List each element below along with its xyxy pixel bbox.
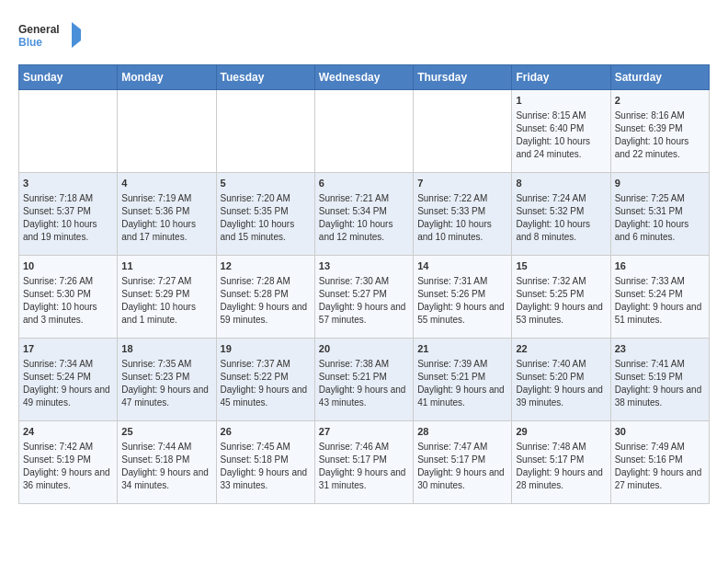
day-info: Daylight: 10 hours and 12 minutes.	[319, 218, 409, 244]
day-info: Daylight: 10 hours and 6 minutes.	[615, 218, 705, 244]
day-number: 12	[221, 259, 311, 273]
day-info: Sunrise: 7:41 AM	[615, 358, 705, 371]
day-info: Daylight: 10 hours and 24 minutes.	[516, 135, 606, 161]
day-info: Sunset: 5:18 PM	[121, 454, 211, 466]
day-info: Daylight: 9 hours and 34 minutes.	[121, 466, 211, 492]
week-row-2: 10Sunrise: 7:26 AMSunset: 5:30 PMDayligh…	[19, 256, 710, 339]
day-info: Sunset: 5:23 PM	[121, 371, 211, 384]
day-number: 29	[516, 425, 606, 439]
day-info: Sunset: 5:36 PM	[121, 205, 211, 218]
day-number: 18	[121, 342, 211, 356]
day-info: Sunrise: 7:27 AM	[121, 275, 211, 288]
calendar-cell: 19Sunrise: 7:37 AMSunset: 5:22 PMDayligh…	[216, 339, 314, 421]
day-info: Daylight: 9 hours and 33 minutes.	[221, 466, 311, 492]
day-number: 14	[417, 259, 507, 273]
day-number: 22	[516, 342, 606, 356]
day-info: Sunset: 5:27 PM	[319, 288, 409, 301]
day-info: Sunrise: 7:21 AM	[319, 192, 409, 205]
day-info: Sunrise: 7:26 AM	[23, 275, 113, 288]
day-info: Sunrise: 7:40 AM	[516, 358, 606, 371]
day-info: Sunrise: 7:38 AM	[319, 358, 409, 371]
day-number: 15	[516, 259, 606, 273]
day-info: Sunrise: 7:34 AM	[23, 358, 113, 371]
calendar-header: SundayMondayTuesdayWednesdayThursdayFrid…	[19, 65, 710, 90]
weekday-header-wednesday: Wednesday	[314, 65, 413, 90]
day-info: Daylight: 10 hours and 10 minutes.	[417, 218, 507, 244]
day-number: 21	[417, 342, 507, 356]
calendar-cell: 6Sunrise: 7:21 AMSunset: 5:34 PMDaylight…	[314, 173, 413, 256]
day-number: 30	[615, 425, 705, 439]
day-info: Daylight: 9 hours and 43 minutes.	[319, 384, 409, 409]
calendar-cell: 10Sunrise: 7:26 AMSunset: 5:30 PMDayligh…	[19, 256, 118, 339]
day-info: Sunrise: 7:45 AM	[221, 441, 311, 454]
weekday-header-sunday: Sunday	[19, 65, 118, 90]
day-info: Sunset: 5:21 PM	[417, 371, 507, 384]
page-header: General Blue	[18, 18, 710, 55]
day-number: 16	[615, 259, 705, 273]
day-number: 23	[615, 342, 705, 356]
day-info: Sunset: 5:17 PM	[319, 454, 409, 466]
day-info: Sunset: 5:34 PM	[319, 205, 409, 218]
day-info: Sunrise: 8:16 AM	[615, 109, 705, 122]
calendar-cell: 15Sunrise: 7:32 AMSunset: 5:25 PMDayligh…	[512, 256, 610, 339]
day-info: Sunset: 5:20 PM	[516, 371, 606, 384]
day-info: Sunset: 5:17 PM	[417, 454, 507, 466]
calendar-cell: 7Sunrise: 7:22 AMSunset: 5:33 PMDaylight…	[414, 173, 512, 256]
day-number: 27	[319, 425, 409, 439]
day-info: Daylight: 9 hours and 49 minutes.	[23, 384, 113, 409]
calendar-cell: 28Sunrise: 7:47 AMSunset: 5:17 PMDayligh…	[414, 421, 512, 504]
week-row-1: 3Sunrise: 7:18 AMSunset: 5:37 PMDaylight…	[19, 173, 710, 256]
day-info: Sunrise: 8:15 AM	[516, 109, 606, 122]
day-info: Sunrise: 7:24 AM	[516, 192, 606, 205]
calendar-cell: 16Sunrise: 7:33 AMSunset: 5:24 PMDayligh…	[610, 256, 709, 339]
calendar-cell: 12Sunrise: 7:28 AMSunset: 5:28 PMDayligh…	[216, 256, 314, 339]
day-number: 19	[221, 342, 311, 356]
day-info: Daylight: 9 hours and 57 minutes.	[319, 301, 409, 327]
svg-text:General: General	[18, 23, 60, 36]
calendar-cell: 17Sunrise: 7:34 AMSunset: 5:24 PMDayligh…	[19, 339, 118, 421]
calendar-cell: 14Sunrise: 7:31 AMSunset: 5:26 PMDayligh…	[414, 256, 512, 339]
calendar-cell: 4Sunrise: 7:19 AMSunset: 5:36 PMDaylight…	[118, 173, 216, 256]
day-number: 28	[417, 425, 507, 439]
day-info: Daylight: 9 hours and 31 minutes.	[319, 466, 409, 492]
day-info: Sunrise: 7:19 AM	[121, 192, 211, 205]
day-info: Sunset: 5:25 PM	[516, 288, 606, 301]
calendar-cell: 23Sunrise: 7:41 AMSunset: 5:19 PMDayligh…	[610, 339, 709, 421]
weekday-header-tuesday: Tuesday	[216, 65, 314, 90]
weekday-header-saturday: Saturday	[610, 65, 709, 90]
calendar-cell: 24Sunrise: 7:42 AMSunset: 5:19 PMDayligh…	[19, 421, 118, 504]
day-info: Daylight: 9 hours and 30 minutes.	[417, 466, 507, 492]
day-info: Sunrise: 7:33 AM	[615, 275, 705, 288]
calendar-cell: 21Sunrise: 7:39 AMSunset: 5:21 PMDayligh…	[414, 339, 512, 421]
day-info: Sunset: 5:26 PM	[417, 288, 507, 301]
day-info: Daylight: 9 hours and 53 minutes.	[516, 301, 606, 327]
day-info: Daylight: 9 hours and 38 minutes.	[615, 384, 705, 409]
day-info: Daylight: 10 hours and 15 minutes.	[221, 218, 311, 244]
calendar-cell	[118, 90, 216, 173]
calendar-body: 1Sunrise: 8:15 AMSunset: 6:40 PMDaylight…	[19, 90, 710, 504]
logo: General Blue	[18, 18, 83, 55]
day-info: Sunrise: 7:48 AM	[516, 441, 606, 454]
weekday-header-thursday: Thursday	[414, 65, 512, 90]
day-info: Daylight: 10 hours and 8 minutes.	[516, 218, 606, 244]
day-info: Sunrise: 7:31 AM	[417, 275, 507, 288]
day-info: Daylight: 10 hours and 3 minutes.	[23, 301, 113, 327]
day-number: 26	[221, 425, 311, 439]
calendar-cell: 8Sunrise: 7:24 AMSunset: 5:32 PMDaylight…	[512, 173, 610, 256]
day-info: Daylight: 10 hours and 19 minutes.	[23, 218, 113, 244]
day-info: Sunset: 5:24 PM	[23, 371, 113, 384]
calendar-cell: 2Sunrise: 8:16 AMSunset: 6:39 PMDaylight…	[610, 90, 709, 173]
day-info: Daylight: 10 hours and 17 minutes.	[121, 218, 211, 244]
day-number: 8	[516, 177, 606, 190]
weekday-header-friday: Friday	[512, 65, 610, 90]
calendar-cell	[19, 90, 118, 173]
day-info: Daylight: 9 hours and 45 minutes.	[221, 384, 311, 409]
day-info: Sunset: 6:39 PM	[615, 122, 705, 135]
svg-text:Blue: Blue	[18, 36, 42, 49]
day-info: Daylight: 10 hours and 22 minutes.	[615, 135, 705, 161]
calendar-cell: 13Sunrise: 7:30 AMSunset: 5:27 PMDayligh…	[314, 256, 413, 339]
calendar-cell	[314, 90, 413, 173]
week-row-4: 24Sunrise: 7:42 AMSunset: 5:19 PMDayligh…	[19, 421, 710, 504]
day-info: Sunset: 5:35 PM	[221, 205, 311, 218]
day-info: Sunset: 5:21 PM	[319, 371, 409, 384]
